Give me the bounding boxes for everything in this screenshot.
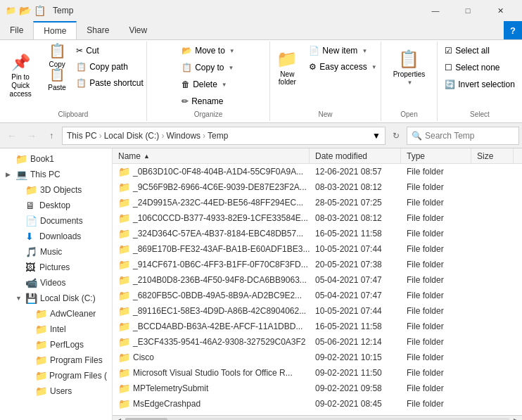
file-list[interactable]: 📁 _0B63D10C-0F48-404B-A1D4-55C9F0A9A... … [113,164,522,415]
table-row[interactable]: 📁 MsEdgeCrashpad 09-02-2021 08:45 File f… [113,396,522,412]
select-none-button[interactable]: ☐ Select none [441,60,503,75]
tab-file[interactable]: File [0,21,33,39]
paste-shortcut-button[interactable]: 📋 Paste shortcut [72,75,147,91]
sidebar-item-intel[interactable]: 📁 Intel [0,322,112,337]
sidebar-item-program-files-x86[interactable]: 📁 Program Files ( [0,368,112,383]
window-title: Temp [50,6,415,15]
file-date-cell: 09-02-2021 09:58 [310,383,401,393]
table-row[interactable]: 📁 Cisco 09-02-2021 10:15 File folder [113,350,522,365]
sidebar-label-perflogs: PerfLogs [50,340,84,350]
header-type[interactable]: Type [401,148,471,163]
select-all-button[interactable]: ☑ Select all [441,43,493,58]
new-folder-button[interactable]: 📁 Newfolder [270,43,304,92]
paste-button[interactable]: 📋 Paste [43,68,71,90]
table-row[interactable]: 📁 _24D9915A-232C-44ED-BE56-48FF294EC... … [113,195,522,210]
search-input[interactable] [425,131,514,141]
close-button[interactable]: ✕ [484,0,516,21]
header-size[interactable]: Size [471,148,514,163]
minimize-button[interactable]: — [419,0,452,21]
file-date-cell: 28-05-2021 07:25 [310,198,401,208]
sidebar-item-program-files[interactable]: 📁 Program Files [0,352,112,368]
folder-icon: 📁 [118,383,130,394]
sidebar-item-downloads[interactable]: ⬇ Downloads [0,229,112,244]
table-row[interactable]: 📁 _106C0CCD-B377-4933-82E9-1CFE33584E...… [113,210,522,226]
folder-icon: 📁 [118,274,130,286]
pin-to-quick-access-button[interactable]: 📌 Pin to Quick access [0,43,42,109]
file-name-cell: 📁 _914CF671-0B6C-4FF3-B1FF-0F70C8F3FD... [113,259,310,270]
table-row[interactable]: 📁 _324D364C-57EA-4B37-8184-EBC48DB57... … [113,226,522,241]
folder-icon: 📁 [118,166,130,177]
folder-icon: 📁 [118,398,130,409]
sidebar-label-pictures: Pictures [39,262,70,272]
header-date[interactable]: Date modified [310,148,401,163]
table-row[interactable]: 📁 _0B63D10C-0F48-404B-A1D4-55C9F0A9A... … [113,164,522,179]
scroll-right-button[interactable]: ▶ [511,416,521,421]
header-name[interactable]: Name ▲ [113,148,310,163]
file-date-cell: 10-05-2021 07:44 [310,244,401,254]
table-row[interactable]: 📁 Microsoft Visual Studio Tools for Offi… [113,365,522,381]
pfx-icon: 📁 [35,370,46,381]
rename-button[interactable]: ✏ Rename [178,94,227,109]
sidebar-item-adwcleaner[interactable]: 📁 AdwCleaner [0,306,112,322]
sidebar-label-program-files-x86: Program Files ( [49,371,107,381]
file-date-cell: 16-05-2021 11:58 [310,229,401,238]
copy-to-button[interactable]: 📋 Copy to ▼ [178,60,237,75]
tab-view[interactable]: View [119,21,157,39]
refresh-button[interactable]: ↻ [387,127,405,145]
copy-button[interactable]: 📋 Copy [43,43,71,67]
sidebar-item-perflogs[interactable]: 📁 PerfLogs [0,337,112,352]
path-sep-3: › [203,131,205,141]
tab-share[interactable]: Share [77,21,119,39]
sidebar-item-pictures[interactable]: 🖼 Pictures [0,260,112,275]
new-item-button[interactable]: 📄 New item ▼ [305,43,380,58]
back-button[interactable]: ← [3,127,21,145]
table-row[interactable]: 📁 _2104B0D8-236B-4F50-94F8-DCA6BB9063...… [113,272,522,288]
sidebar-item-users[interactable]: 📁 Users [0,383,112,399]
file-area: Name ▲ Date modified Type Size 📁 _0B63D1… [113,148,522,420]
delete-button[interactable]: 🗑 Delete ▼ [178,77,231,92]
file-name-cell: 📁 _E3CF4335-9541-46A2-9308-327529C0A3F2 [113,336,310,348]
file-date-cell: 10-05-2021 07:44 [310,306,401,316]
cut-button[interactable]: ✂ Cut [72,43,147,58]
address-path[interactable]: This PC › Local Disk (C:) › Windows › Te… [62,127,386,145]
table-row[interactable]: 📁 MPTelemetrySubmit 09-02-2021 09:58 Fil… [113,381,522,396]
table-row[interactable]: 📁 _6820FB5C-0BDB-49A5-8B9A-AD2BC9E2... 0… [113,288,522,303]
file-name-cell: 📁 _BCCD4ABD-B63A-42BE-AFCF-11A1DBD... [113,321,310,332]
forward-button[interactable]: → [23,127,41,145]
organize-label: Organize [194,109,223,120]
up-button[interactable]: ↑ [42,127,61,145]
invert-selection-icon: 🔄 [445,79,455,89]
properties-button[interactable]: 📋 Properties ▼ [388,43,431,92]
table-row[interactable]: 📁 _9C56F9B2-6966-4C6E-9039-DE87E23F2A...… [113,179,522,195]
easy-access-button[interactable]: ⚙ Easy access ▼ [305,59,380,75]
sidebar-item-this-pc[interactable]: ▶ 💻 This PC [0,167,112,182]
scroll-left-button[interactable]: ◀ [114,416,124,421]
table-row[interactable]: 📁 _BCCD4ABD-B63A-42BE-AFCF-11A1DBD... 16… [113,319,522,334]
sidebar-item-documents[interactable]: 📄 Documents [0,213,112,229]
copy-path-button[interactable]: 📋 Copy path [72,59,147,75]
paste-icon: 📋 [49,67,65,82]
invert-selection-button[interactable]: 🔄 Invert selection [441,77,518,92]
move-to-button[interactable]: 📂 Move to ▼ [178,43,238,58]
horizontal-scrollbar[interactable]: ◀ ▶ [113,415,522,420]
sidebar-item-local-disk[interactable]: ▼ 💾 Local Disk (C:) [0,291,112,306]
intel-icon: 📁 [35,324,47,335]
table-row[interactable]: 📁 _869E170B-FE32-43AF-BA1B-E60ADF1BE3...… [113,241,522,257]
search-box[interactable]: 🔍 [407,127,519,145]
table-row[interactable]: 📁 _E3CF4335-9541-46A2-9308-327529C0A3F2 … [113,334,522,350]
pin-label: Pin to Quick access [3,73,38,98]
table-row[interactable]: 📁 _89116EC1-58E3-4D9D-A86B-42C8904062...… [113,303,522,319]
folder-icon: 📁 [118,321,130,332]
sidebar-item-videos[interactable]: 📹 Videos [0,275,112,291]
sidebar-item-book1[interactable]: 📁 Book1 [0,151,112,167]
maximize-button[interactable]: □ [452,0,484,21]
file-name-cell: 📁 Microsoft Visual Studio Tools for Offi… [113,367,310,378]
file-name-cell: 📁 _9C56F9B2-6966-4C6E-9039-DE87E23F2A... [113,182,310,193]
sidebar-item-music[interactable]: 🎵 Music [0,244,112,260]
tab-home[interactable]: Home [33,21,77,39]
help-button[interactable]: ? [504,21,522,39]
sidebar-item-desktop[interactable]: 🖥 Desktop [0,198,112,213]
file-type-cell: File folder [401,213,471,223]
sidebar-item-3d-objects[interactable]: 📁 3D Objects [0,182,112,198]
table-row[interactable]: 📁 _914CF671-0B6C-4FF3-B1FF-0F70C8F3FD...… [113,257,522,272]
